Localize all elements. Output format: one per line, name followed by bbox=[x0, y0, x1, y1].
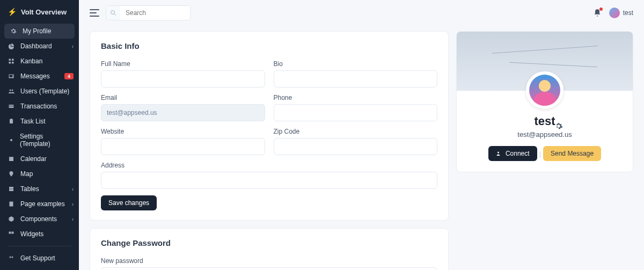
search-icon[interactable] bbox=[106, 6, 120, 20]
label-email: Email bbox=[101, 94, 265, 101]
location-icon bbox=[8, 170, 15, 178]
notifications-button[interactable] bbox=[593, 9, 602, 17]
menu-toggle[interactable] bbox=[90, 9, 99, 17]
chevron-right-icon: › bbox=[72, 216, 74, 222]
sidebar-item-page-examples[interactable]: Page examples › bbox=[0, 196, 79, 211]
table-icon bbox=[8, 185, 15, 193]
sidebar-item-my-profile[interactable]: My Profile bbox=[4, 24, 75, 39]
sidebar-item-label: Users (Template) bbox=[20, 87, 69, 95]
svg-point-5 bbox=[12, 90, 13, 91]
zip-input[interactable] bbox=[274, 138, 438, 155]
sidebar-item-widgets[interactable]: Widgets bbox=[0, 227, 79, 242]
sidebar-item-label: Map bbox=[20, 170, 33, 178]
svg-point-4 bbox=[10, 90, 11, 91]
bolt-icon: ⚡ bbox=[8, 8, 17, 16]
sidebar-item-task-list[interactable]: Task List bbox=[0, 114, 79, 129]
users-icon bbox=[8, 254, 15, 262]
sidebar-item-components[interactable]: Components › bbox=[0, 211, 79, 227]
sidebar-item-settings[interactable]: Settings (Template) bbox=[0, 129, 79, 151]
widgets-icon bbox=[8, 230, 15, 238]
profile-name: test bbox=[457, 114, 633, 128]
sidebar-item-label: Dashboard bbox=[20, 42, 52, 50]
messages-badge: 4 bbox=[64, 73, 74, 79]
save-button[interactable]: Save changes bbox=[101, 195, 157, 210]
sidebar-item-transactions[interactable]: Transactions bbox=[0, 99, 79, 114]
sidebar-item-dashboard[interactable]: Dashboard › bbox=[0, 39, 79, 54]
search-input[interactable] bbox=[120, 6, 190, 20]
label-bio: Bio bbox=[274, 60, 438, 68]
phone-input[interactable] bbox=[274, 104, 438, 121]
sidebar-item-kanban[interactable]: Kanban bbox=[0, 54, 79, 69]
svg-rect-14 bbox=[10, 202, 13, 207]
change-password-card: Change Password New password Confirm new… bbox=[90, 228, 449, 270]
label-zip: Zip Code bbox=[274, 128, 438, 135]
profile-avatar bbox=[526, 71, 564, 109]
svg-rect-15 bbox=[9, 232, 11, 234]
svg-rect-16 bbox=[12, 232, 14, 234]
full-name-input[interactable] bbox=[101, 70, 265, 87]
topbar: test bbox=[79, 0, 644, 26]
svg-rect-2 bbox=[9, 62, 11, 64]
chevron-right-icon: › bbox=[72, 186, 74, 192]
svg-point-18 bbox=[12, 257, 13, 258]
svg-rect-11 bbox=[9, 157, 13, 158]
label-website: Website bbox=[101, 128, 265, 135]
brand-label: Volt Overview bbox=[21, 8, 67, 16]
sidebar-item-label: Kanban bbox=[20, 57, 42, 65]
page-icon bbox=[8, 200, 15, 208]
card-icon bbox=[8, 103, 15, 110]
sidebar-item-label: My Profile bbox=[23, 27, 51, 35]
sidebar: ⚡ Volt Overview My Profile Dashboard › K… bbox=[0, 0, 79, 270]
sidebar-item-map[interactable]: Map bbox=[0, 166, 79, 181]
svg-line-20 bbox=[114, 14, 116, 16]
sidebar-item-support[interactable]: Get Support bbox=[0, 251, 79, 266]
label-full-name: Full Name bbox=[101, 60, 265, 68]
website-input[interactable] bbox=[101, 138, 265, 155]
address-input[interactable] bbox=[101, 172, 437, 189]
brand[interactable]: ⚡ Volt Overview bbox=[0, 4, 79, 24]
sidebar-item-messages[interactable]: Messages 4 bbox=[0, 69, 79, 84]
svg-rect-1 bbox=[12, 59, 14, 61]
clipboard-icon bbox=[8, 118, 15, 125]
user-name: test bbox=[623, 9, 633, 17]
basic-info-title: Basic Info bbox=[101, 41, 437, 50]
send-message-button[interactable]: Send Message bbox=[543, 146, 601, 161]
calendar-icon bbox=[8, 155, 15, 163]
change-password-title: Change Password bbox=[101, 238, 437, 247]
profile-settings-button[interactable] bbox=[553, 121, 564, 132]
user-menu[interactable]: test bbox=[609, 8, 633, 18]
basic-info-card: Basic Info Full Name Bio Email bbox=[90, 31, 449, 221]
svg-rect-8 bbox=[10, 119, 13, 123]
search-wrap bbox=[106, 5, 191, 20]
button-divider: | bbox=[539, 150, 541, 158]
bio-input[interactable] bbox=[274, 70, 438, 87]
svg-rect-3 bbox=[12, 62, 14, 64]
sidebar-divider bbox=[8, 246, 71, 246]
svg-rect-9 bbox=[11, 119, 12, 120]
svg-point-17 bbox=[10, 257, 11, 258]
profile-card: test test@appseed.us Connect | Send Mess… bbox=[456, 31, 633, 172]
label-new-password: New password bbox=[101, 257, 437, 265]
sidebar-item-tables[interactable]: Tables › bbox=[0, 181, 79, 196]
sidebar-item-label: Calendar bbox=[20, 155, 47, 163]
sidebar-item-label: Task List bbox=[20, 118, 46, 125]
sidebar-item-label: Settings (Template) bbox=[20, 133, 71, 148]
svg-point-19 bbox=[111, 11, 115, 14]
sidebar-item-label: Messages bbox=[20, 72, 50, 80]
svg-rect-0 bbox=[9, 59, 11, 61]
connect-button[interactable]: Connect bbox=[488, 146, 537, 161]
gear-icon bbox=[8, 136, 14, 144]
sidebar-item-label: Transactions bbox=[20, 103, 57, 110]
connect-label: Connect bbox=[506, 150, 530, 157]
chevron-right-icon: › bbox=[72, 201, 74, 207]
box-icon bbox=[8, 215, 15, 223]
sidebar-item-calendar[interactable]: Calendar bbox=[0, 151, 79, 166]
svg-point-21 bbox=[497, 152, 499, 154]
sidebar-item-label: Components bbox=[20, 215, 57, 223]
profile-email: test@appseed.us bbox=[457, 130, 633, 138]
label-address: Address bbox=[101, 162, 437, 169]
sidebar-item-label: Page examples bbox=[20, 200, 65, 208]
new-password-input[interactable] bbox=[101, 267, 437, 270]
sidebar-item-label: Get Support bbox=[20, 254, 55, 262]
sidebar-item-users[interactable]: Users (Template) bbox=[0, 84, 79, 99]
